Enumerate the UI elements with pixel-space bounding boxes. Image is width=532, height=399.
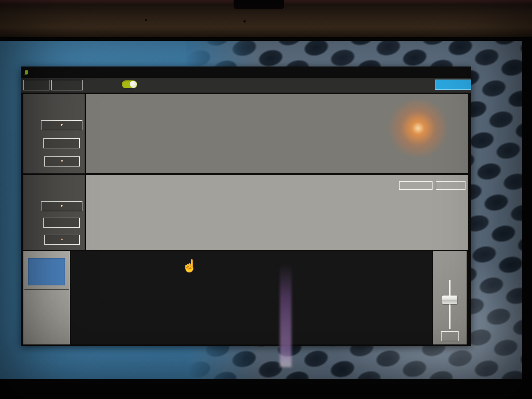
eq-panel	[86, 175, 468, 250]
shelf-above-monitor	[0, 0, 532, 40]
divider	[24, 289, 69, 290]
dsp-408-window: ))) ▼ ▼	[21, 66, 471, 346]
master-volume-panel	[433, 251, 467, 344]
high-pass-filter-panel: ▼ ▼	[23, 94, 85, 173]
screw-dot	[145, 19, 147, 21]
hp-type-dropdown[interactable]: ▼	[41, 120, 82, 130]
webcam-mount	[234, 0, 284, 9]
photo-of-monitor: e ) ) ▲ 🔊 ⚑ ✕	[0, 0, 532, 399]
connected-button[interactable]	[435, 80, 471, 90]
dayton-audio-logo: )))	[24, 69, 27, 75]
volume-mute-button[interactable]	[441, 331, 459, 341]
screw-dot	[243, 20, 246, 23]
lp-oct-dropdown[interactable]: ▼	[44, 235, 80, 245]
streaming-toggle[interactable]	[122, 80, 137, 88]
file-menu-button[interactable]	[23, 80, 49, 90]
hp-freq-field[interactable]	[43, 138, 80, 148]
toggle-knob	[130, 81, 137, 88]
menu-bar	[21, 78, 471, 93]
volume-fader-track[interactable]	[449, 280, 451, 329]
window-titlebar: )))	[21, 66, 471, 78]
mixer-button[interactable]	[28, 258, 65, 285]
lp-freq-field[interactable]	[43, 218, 80, 228]
mixer-channel-strips	[71, 251, 432, 344]
restore-eq-button[interactable]	[399, 181, 433, 190]
low-pass-filter-panel: ▼ ▼	[23, 175, 85, 250]
mixer-sidebar	[23, 251, 70, 344]
crossover-graph[interactable]	[86, 94, 468, 173]
hp-oct-dropdown[interactable]: ▼	[44, 156, 80, 167]
reset-eq-button[interactable]	[436, 181, 466, 190]
frequency-response-graph-panel	[86, 94, 468, 173]
volume-fader-handle[interactable]	[442, 296, 457, 304]
lp-type-dropdown[interactable]: ▼	[41, 201, 82, 211]
options-menu-button[interactable]	[51, 80, 83, 90]
